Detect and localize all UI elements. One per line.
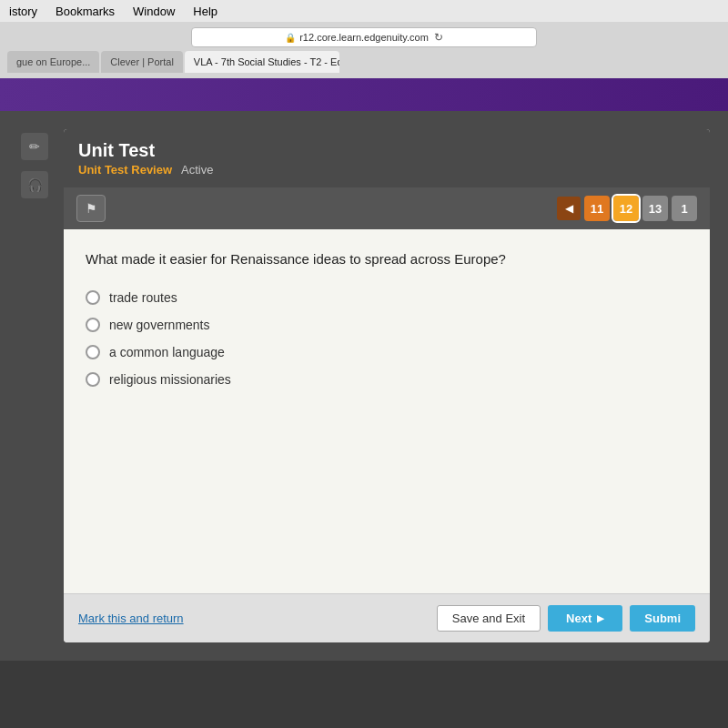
pencil-icon: ✏ — [29, 139, 40, 154]
tab-2[interactable]: VLA - 7th Social Studies - T2 - Edgenuit… — [185, 51, 339, 73]
lock-icon: 🔒 — [285, 33, 296, 43]
save-exit-button[interactable]: Save and Exit — [437, 605, 541, 632]
address-bar[interactable]: 🔒 r12.core.learn.edgenuity.com ↻ — [191, 27, 537, 47]
menu-bar: istory Bookmarks Window Help — [0, 0, 728, 22]
panel-status: Active — [181, 163, 213, 177]
submit-button[interactable]: Submi — [630, 605, 695, 632]
option-label-d: religious missionaries — [109, 372, 231, 387]
left-sidebar: ✏ 🎧 — [18, 129, 51, 642]
answer-option-c[interactable]: a common language — [86, 345, 688, 359]
question-nav-14[interactable]: 1 — [672, 196, 697, 221]
question-text: What made it easier for Renaissance idea… — [86, 249, 688, 268]
question-area: What made it easier for Renaissance idea… — [64, 229, 710, 593]
content-panel: Unit Test Unit Test Review Active ⚑ ◀ 11… — [64, 129, 710, 642]
next-button[interactable]: Next — [548, 605, 622, 632]
tab-0[interactable]: gue on Europe... — [7, 51, 99, 73]
flag-icon: ⚑ — [86, 201, 97, 216]
browser-chrome: 🔒 r12.core.learn.edgenuity.com ↻ gue on … — [0, 22, 728, 78]
radio-a[interactable] — [86, 290, 100, 305]
answer-option-a[interactable]: trade routes — [86, 290, 688, 305]
panel-title: Unit Test — [78, 140, 695, 161]
radio-c[interactable] — [86, 345, 100, 359]
radio-d[interactable] — [86, 372, 100, 387]
url-text: r12.core.learn.edgenuity.com — [299, 32, 429, 43]
option-label-b: new governments — [109, 318, 210, 332]
address-bar-row: 🔒 r12.core.learn.edgenuity.com ↻ — [7, 27, 721, 47]
question-nav-11[interactable]: 11 — [584, 196, 610, 221]
menu-window[interactable]: Window — [133, 5, 175, 18]
prev-question-button[interactable]: ◀ — [557, 197, 581, 220]
tab-1[interactable]: Clever | Portal — [101, 51, 183, 73]
headphones-icon: 🎧 — [27, 177, 43, 192]
main-content: ✏ 🎧 Unit Test Unit Test Review Active ⚑ … — [0, 111, 728, 661]
answer-option-d[interactable]: religious missionaries — [86, 372, 688, 387]
answer-option-b[interactable]: new governments — [86, 318, 688, 332]
menu-bookmarks[interactable]: Bookmarks — [56, 5, 115, 18]
option-label-a: trade routes — [109, 290, 177, 305]
bottom-toolbar: Mark this and return Save and Exit Next … — [64, 593, 710, 642]
pencil-tool[interactable]: ✏ — [21, 133, 48, 160]
question-nav: ◀ 11 12 13 1 — [557, 196, 697, 221]
reload-button[interactable]: ↻ — [434, 31, 443, 44]
panel-header: Unit Test Unit Test Review Active — [64, 129, 710, 187]
question-toolbar: ⚑ ◀ 11 12 13 1 — [64, 187, 710, 229]
mark-return-link[interactable]: Mark this and return — [78, 612, 184, 625]
audio-tool[interactable]: 🎧 — [21, 171, 48, 198]
menu-history[interactable]: istory — [9, 5, 37, 18]
panel-subtitle: Unit Test Review — [78, 163, 172, 177]
panel-subtitle-row: Unit Test Review Active — [78, 163, 695, 177]
option-label-c: a common language — [109, 345, 225, 359]
radio-b[interactable] — [86, 318, 100, 332]
edgenuity-header — [0, 78, 728, 111]
browser-tabs: gue on Europe... Clever | Portal VLA - 7… — [7, 51, 721, 73]
menu-help[interactable]: Help — [193, 5, 217, 18]
bottom-buttons: Save and Exit Next Submi — [437, 605, 695, 632]
question-nav-12[interactable]: 12 — [613, 196, 639, 221]
toolbar-left: ⚑ — [76, 195, 106, 222]
question-nav-13[interactable]: 13 — [642, 196, 668, 221]
flag-button[interactable]: ⚑ — [76, 195, 106, 222]
